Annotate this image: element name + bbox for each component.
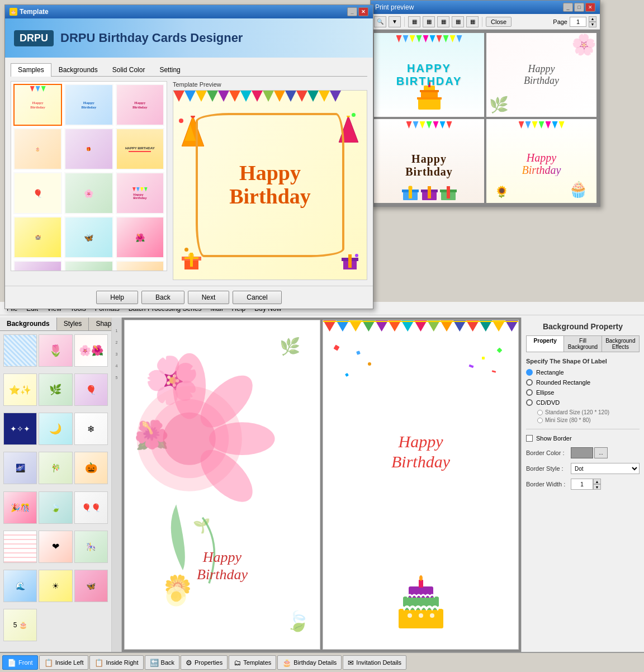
status-tab-templates[interactable]: 🗂 Templates bbox=[229, 655, 276, 670]
svg-point-53 bbox=[171, 591, 182, 602]
bg-thumb-21[interactable]: 🦋 bbox=[74, 570, 108, 602]
pp-page-down[interactable]: ▼ bbox=[589, 22, 596, 27]
pp-view-btn-3[interactable]: ▦ bbox=[437, 16, 449, 27]
status-tab-inside-right[interactable]: 📋 Inside Right bbox=[89, 655, 143, 670]
template-thumb-13[interactable]: 🎵 bbox=[13, 261, 62, 271]
status-tab-inside-left[interactable]: 📋 Inside Left bbox=[39, 655, 89, 670]
radio-cddvd[interactable]: CD/DVD bbox=[526, 399, 640, 406]
radio-ellipse[interactable]: Ellipse bbox=[526, 389, 640, 396]
template-thumb-11[interactable]: 🦋 bbox=[64, 216, 113, 258]
radio-rectangle[interactable]: Rectangle bbox=[526, 369, 640, 376]
template-thumb-10[interactable]: 🏰 bbox=[13, 216, 62, 258]
prop-tab-property[interactable]: Property bbox=[527, 336, 564, 352]
pp-close-button[interactable]: Close bbox=[486, 17, 512, 27]
pp-maximize-btn[interactable]: □ bbox=[574, 3, 584, 12]
pp-view-btn-2[interactable]: ▦ bbox=[423, 16, 435, 27]
border-width-input[interactable] bbox=[571, 479, 593, 490]
template-thumb-12[interactable]: 🌺 bbox=[116, 216, 164, 258]
svg-marker-9 bbox=[274, 91, 285, 102]
bg-thumb-1[interactable] bbox=[3, 334, 37, 367]
pp-close-btn[interactable]: ✕ bbox=[585, 3, 595, 12]
border-style-select[interactable]: Dot Solid Dash DashDot bbox=[571, 463, 640, 474]
dialog-title-icon: 🎂 bbox=[10, 8, 17, 16]
pp-page-number[interactable]: 1 bbox=[570, 17, 586, 27]
canvas-card-left[interactable]: 🌸 🌺 🌼 🌿 🍃 🌱 bbox=[124, 320, 320, 650]
pp-view-btn-4[interactable]: ▦ bbox=[452, 16, 464, 27]
bg-thumb-2[interactable]: 🌷 bbox=[39, 334, 72, 367]
back-button[interactable]: Back bbox=[141, 291, 184, 304]
tab-backgrounds[interactable]: Backgrounds bbox=[51, 63, 105, 76]
bg-thumb-3[interactable]: 🌸🌺 bbox=[74, 334, 108, 367]
status-tab-birthday-details[interactable]: 🎂 Birthday Details bbox=[277, 655, 342, 670]
bg-thumb-14[interactable]: 🍃 bbox=[39, 491, 72, 524]
tab-solid-color[interactable]: Solid Color bbox=[105, 63, 153, 76]
bg-thumb-8[interactable]: 🌙 bbox=[39, 413, 72, 445]
pp-view-btn-1[interactable]: ▦ bbox=[408, 16, 420, 27]
status-tab-properties[interactable]: ⚙ Properties bbox=[181, 655, 228, 670]
dialog-close-btn[interactable]: ✕ bbox=[358, 7, 368, 16]
template-thumb-6[interactable]: HAPPY BIRTHDAY bbox=[116, 128, 164, 170]
template-thumb-2[interactable]: HappyBirthday bbox=[64, 84, 113, 126]
border-width-up[interactable]: ▲ bbox=[593, 479, 601, 484]
radio-rounded-label: Rounded Rectangle bbox=[536, 379, 590, 386]
template-thumb-15[interactable]: 🎀 bbox=[116, 261, 164, 271]
bg-thumb-11[interactable]: 🎋 bbox=[39, 452, 72, 484]
template-thumb-4[interactable]: 🎂 bbox=[13, 128, 62, 170]
tab-setting[interactable]: Setting bbox=[152, 63, 187, 76]
template-thumb-5[interactable]: 🎁 bbox=[64, 128, 113, 170]
bg-thumb-6[interactable]: 🎈 bbox=[74, 373, 108, 406]
border-color-swatch[interactable] bbox=[571, 447, 593, 458]
bg-thumb-9[interactable]: ❄ bbox=[74, 413, 108, 445]
panel-tab-styles[interactable]: Styles bbox=[57, 318, 89, 330]
show-border-checkbox[interactable] bbox=[526, 435, 533, 442]
help-button[interactable]: Help bbox=[96, 291, 138, 304]
prop-tab-effects[interactable]: Background Effects bbox=[602, 336, 639, 352]
bg-thumb-13[interactable]: 🎉🎊 bbox=[3, 491, 37, 524]
border-color-picker-btn[interactable]: ... bbox=[594, 447, 608, 458]
pp-dropdown-icon[interactable]: ▼ bbox=[389, 16, 401, 27]
svg-marker-1 bbox=[184, 91, 196, 102]
template-thumb-7[interactable]: 🎈 bbox=[13, 172, 62, 214]
tab-samples[interactable]: Samples bbox=[11, 63, 51, 77]
bg-thumb-4[interactable]: ⭐✨ bbox=[3, 373, 37, 406]
bg-thumb-7[interactable]: ✦✧✦ bbox=[3, 413, 37, 445]
bg-thumb-20[interactable]: ☀ bbox=[39, 570, 72, 602]
next-button[interactable]: Next bbox=[188, 291, 230, 304]
radio-rounded-rect[interactable]: Rounded Rectangle bbox=[526, 379, 640, 386]
bg-thumb-22[interactable]: 5 🎂 bbox=[3, 609, 37, 641]
pp-zoom-icon[interactable]: 🔍 bbox=[374, 16, 386, 27]
panel-tab-backgrounds[interactable]: Backgrounds bbox=[0, 318, 57, 330]
pp-card-3[interactable]: Happy Birthday bbox=[374, 119, 484, 203]
canvas-card-right[interactable]: Happy Birthday bbox=[323, 320, 519, 650]
pp-card-1[interactable]: HAPPY BIRTHDAY bbox=[374, 33, 484, 117]
template-thumb-1[interactable]: HappyBirthday bbox=[13, 84, 62, 126]
template-thumb-3[interactable]: HappyBirthday bbox=[116, 84, 164, 126]
bg-thumb-5[interactable]: 🌿 bbox=[39, 373, 72, 406]
pp-page-up[interactable]: ▲ bbox=[589, 16, 596, 22]
pp-card-2[interactable]: 🌸 🌿 Happy Birthday bbox=[486, 33, 596, 117]
template-thumb-8[interactable]: 🌸 bbox=[64, 172, 113, 214]
status-tab-invitation-details[interactable]: ✉ Invitation Details bbox=[343, 655, 406, 670]
prop-tab-fill[interactable]: Fill Background bbox=[564, 336, 602, 352]
radio-mini-size[interactable]: Mini Size (80 * 80) bbox=[537, 417, 640, 423]
bg-thumb-19[interactable]: 🌊 bbox=[3, 570, 37, 602]
cancel-button[interactable]: Cancel bbox=[233, 291, 281, 304]
app-header-text: DRPU Birthday Cards Designer bbox=[60, 31, 243, 45]
status-tab-front[interactable]: 📄 Front bbox=[2, 655, 38, 670]
show-border-row[interactable]: Show Border bbox=[526, 435, 640, 442]
status-tab-back[interactable]: 🔙 Back bbox=[145, 655, 179, 670]
bg-thumb-18[interactable]: 🎠 bbox=[74, 531, 108, 563]
pp-minimize-btn[interactable]: _ bbox=[563, 3, 573, 12]
pp-view-btn-5[interactable]: ▦ bbox=[466, 16, 479, 27]
bg-thumb-15[interactable]: 🎈🎈 bbox=[74, 491, 108, 524]
border-width-down[interactable]: ▼ bbox=[593, 484, 601, 490]
dialog-minimize-btn[interactable]: _ bbox=[347, 7, 357, 16]
template-thumb-14[interactable]: 🌿 bbox=[64, 261, 113, 271]
pp-card-4[interactable]: Happy Birthday 🧁 🌻 bbox=[486, 119, 596, 203]
template-thumb-9[interactable]: HappyBirthday bbox=[116, 172, 164, 214]
bg-thumb-17[interactable]: ❤ bbox=[39, 531, 72, 563]
radio-standard-size[interactable]: Standard Size (120 * 120) bbox=[537, 409, 640, 415]
bg-thumb-12[interactable]: 🎃 bbox=[74, 452, 108, 484]
bg-thumb-16[interactable] bbox=[3, 531, 37, 563]
bg-thumb-10[interactable]: 🌌 bbox=[3, 452, 37, 484]
